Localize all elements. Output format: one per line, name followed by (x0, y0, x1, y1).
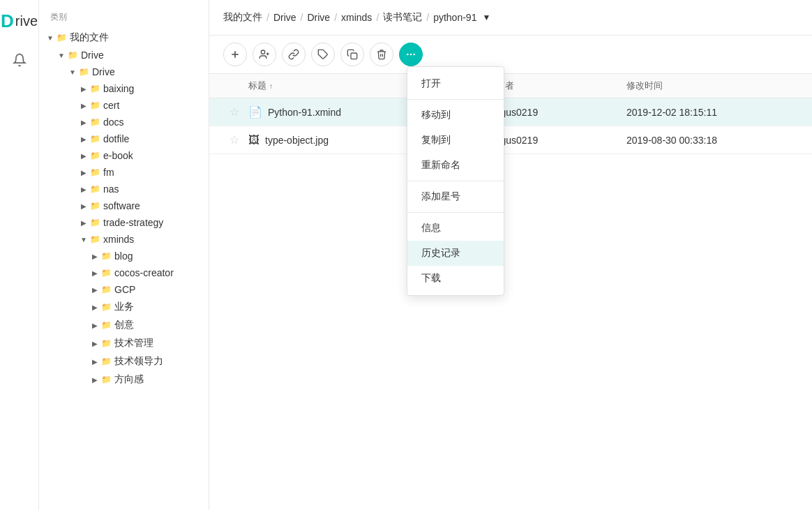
sidebar-item-cert[interactable]: 📁 cert (39, 97, 209, 114)
sidebar-item-GCP[interactable]: 📁 GCP (39, 281, 209, 298)
breadcrumb-my-files[interactable]: 我的文件 (223, 11, 262, 24)
col-modified: 修改时间 (626, 80, 801, 92)
sidebar-item-fm[interactable]: 📁 fm (39, 164, 209, 181)
folder-icon: 📁 (89, 100, 100, 111)
sidebar-item-label: nas (103, 183, 119, 195)
breadcrumb-drive2[interactable]: Drive (307, 12, 330, 23)
tree-arrow-jishu-lingdaoli (89, 356, 100, 367)
sidebar: 类别 📁 我的文件 📁 Drive 📁 Drive 📁 baixing 📁 ce… (39, 0, 209, 510)
tree-arrow-trade-strategy (78, 217, 89, 228)
breadcrumb-sep-1: / (266, 12, 269, 23)
breadcrumb-current-text: python-91 (433, 12, 476, 23)
context-menu-item-history[interactable]: 历史记录 (407, 241, 504, 266)
file-name: Python-91.xmind (268, 107, 341, 118)
folder-icon: 📁 (67, 50, 78, 61)
sidebar-item-label: dotfile (103, 133, 129, 144)
tree-arrow-drive1 (56, 50, 67, 61)
folder-icon: 📁 (89, 150, 100, 161)
sidebar-item-label: e-book (103, 150, 133, 161)
sidebar-item-yewu[interactable]: 📁 业务 (39, 298, 209, 316)
sidebar-item-software[interactable]: 📁 software (39, 197, 209, 214)
breadcrumb-dropdown-button[interactable]: ▼ (479, 11, 493, 24)
file-modified: 2019-08-30 00:33:18 (626, 135, 801, 146)
folder-icon: 📁 (56, 32, 67, 43)
breadcrumb-sep-3: / (334, 12, 337, 23)
sidebar-item-drive1[interactable]: 📁 Drive (39, 47, 209, 63)
more-button[interactable] (399, 43, 423, 66)
sidebar-item-baixing[interactable]: 📁 baixing (39, 80, 209, 97)
sidebar-item-jishu-lingdaoli[interactable]: 📁 技术领导力 (39, 352, 209, 370)
main-area: 我的文件 / Drive / Drive / xminds / 读书笔记 / p… (209, 0, 812, 510)
sidebar-item-label: docs (103, 117, 124, 128)
context-menu-divider (407, 181, 504, 181)
sidebar-item-dotfile[interactable]: 📁 dotfile (39, 130, 209, 147)
add-button[interactable] (223, 43, 247, 66)
sidebar-item-my-files[interactable]: 📁 我的文件 (39, 29, 209, 47)
folder-icon: 📁 (89, 234, 100, 245)
sidebar-item-label: xminds (103, 234, 134, 245)
link-button[interactable] (282, 43, 306, 66)
breadcrumb-current: python-91 ▼ (433, 11, 493, 24)
folder-icon: 📁 (89, 167, 100, 178)
file-name: type-object.jpg (265, 135, 329, 146)
sidebar-item-fangxiangguan[interactable]: 📁 方向感 (39, 370, 209, 389)
table-row[interactable]: ☆ 📄 Python-91.xmind magus0219 2019-12-02… (209, 98, 812, 126)
folder-icon: 📁 (100, 356, 112, 367)
star-button[interactable]: ☆ (220, 105, 248, 119)
folder-icon: 📁 (89, 183, 100, 195)
folder-icon: 📁 (89, 117, 100, 128)
sidebar-item-label: Drive (81, 50, 104, 61)
tree-arrow-fangxiangguan (89, 374, 100, 385)
context-menu-item-info[interactable]: 信息 (407, 216, 504, 241)
add-user-button[interactable] (253, 43, 276, 66)
tree-arrow-fm (78, 167, 89, 178)
context-menu-item-star[interactable]: 添加星号 (407, 184, 504, 209)
sidebar-item-jishu-guanli[interactable]: 📁 技术管理 (39, 334, 209, 352)
sidebar-item-docs[interactable]: 📁 docs (39, 114, 209, 130)
tree-arrow-blog (89, 250, 100, 262)
tag-button[interactable] (311, 43, 335, 66)
sidebar-item-chuangyi[interactable]: 📁 创意 (39, 316, 209, 334)
breadcrumb-drive1[interactable]: Drive (273, 12, 296, 23)
folder-icon: 📁 (100, 267, 112, 278)
folder-icon: 📁 (100, 320, 112, 331)
sidebar-item-label: 业务 (114, 301, 134, 313)
icon-bar: D rive (0, 0, 39, 510)
sidebar-item-label: cert (103, 100, 119, 111)
breadcrumb-sep-2: / (301, 12, 303, 23)
svg-point-2 (261, 50, 264, 54)
svg-point-9 (413, 54, 415, 56)
breadcrumb-sep-5: / (426, 12, 429, 23)
file-list-header: 标题 ↑ 所有者 修改时间 (209, 74, 812, 98)
context-menu-item-download[interactable]: 下载 (407, 266, 504, 291)
context-menu-item-copy[interactable]: 复制到 (407, 128, 504, 153)
breadcrumb: 我的文件 / Drive / Drive / xminds / 读书笔记 / p… (209, 0, 812, 36)
delete-button[interactable] (370, 43, 393, 66)
table-row[interactable]: ☆ 🖼 type-object.jpg magus0219 2019-08-30… (209, 126, 812, 154)
sidebar-item-nas[interactable]: 📁 nas (39, 181, 209, 197)
folder-icon: 📁 (100, 284, 112, 295)
app-logo-icon[interactable]: D rive (7, 8, 32, 33)
copy-button[interactable] (340, 43, 364, 66)
file-modified: 2019-12-02 18:15:11 (626, 107, 801, 118)
sidebar-item-blog[interactable]: 📁 blog (39, 248, 209, 264)
bell-icon[interactable] (7, 47, 32, 73)
context-menu-item-move[interactable]: 移动到 (407, 103, 504, 128)
context-menu-item-open[interactable]: 打开 (407, 71, 504, 96)
breadcrumb-xminds[interactable]: xminds (341, 12, 372, 23)
tree-arrow-cocos (89, 267, 100, 278)
file-owner: magus0219 (487, 107, 626, 118)
sidebar-item-e-book[interactable]: 📁 e-book (39, 147, 209, 164)
tree-arrow-e-book (78, 150, 89, 161)
sidebar-item-label: software (103, 200, 140, 211)
sidebar-item-trade-strategy[interactable]: 📁 trade-strategy (39, 214, 209, 231)
sidebar-item-label: cocos-creator (114, 267, 174, 278)
sidebar-item-drive2[interactable]: 📁 Drive (39, 63, 209, 80)
sidebar-item-cocos-creator[interactable]: 📁 cocos-creator (39, 264, 209, 281)
star-button[interactable]: ☆ (220, 133, 248, 147)
sidebar-item-xminds[interactable]: 📁 xminds (39, 231, 209, 248)
context-menu-divider (407, 99, 504, 100)
breadcrumb-dushu[interactable]: 读书笔记 (383, 11, 422, 24)
context-menu-item-rename[interactable]: 重新命名 (407, 153, 504, 178)
svg-rect-6 (351, 53, 357, 59)
